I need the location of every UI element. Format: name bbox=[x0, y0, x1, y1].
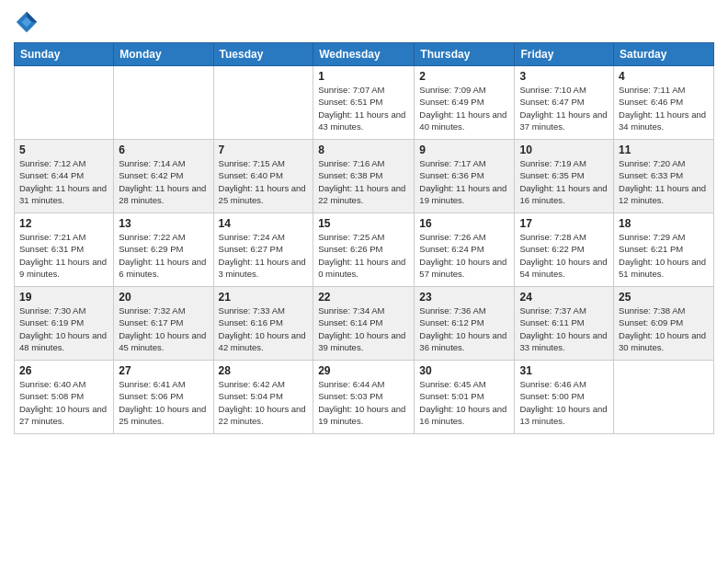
day-number: 23 bbox=[419, 291, 509, 304]
day-number: 21 bbox=[219, 291, 309, 304]
day-info: Sunrise: 6:40 AM Sunset: 5:08 PM Dayligh… bbox=[19, 378, 108, 427]
calendar-cell: 21Sunrise: 7:33 AM Sunset: 6:16 PM Dayli… bbox=[213, 287, 313, 361]
calendar-week-row: 19Sunrise: 7:30 AM Sunset: 6:19 PM Dayli… bbox=[15, 287, 714, 361]
calendar-cell: 23Sunrise: 7:36 AM Sunset: 6:12 PM Dayli… bbox=[415, 287, 515, 361]
calendar-cell: 30Sunrise: 6:45 AM Sunset: 5:01 PM Dayli… bbox=[415, 361, 515, 434]
day-number: 22 bbox=[318, 291, 409, 304]
day-number: 7 bbox=[219, 144, 309, 156]
day-number: 5 bbox=[19, 144, 108, 156]
calendar-cell bbox=[114, 66, 213, 140]
day-info: Sunrise: 6:45 AM Sunset: 5:01 PM Dayligh… bbox=[419, 378, 509, 427]
day-number: 28 bbox=[219, 364, 309, 377]
day-number: 10 bbox=[519, 144, 609, 156]
day-info: Sunrise: 6:42 AM Sunset: 5:04 PM Dayligh… bbox=[219, 378, 309, 427]
day-info: Sunrise: 7:29 AM Sunset: 6:21 PM Dayligh… bbox=[619, 231, 709, 280]
day-number: 4 bbox=[619, 70, 709, 83]
day-info: Sunrise: 7:07 AM Sunset: 6:51 PM Dayligh… bbox=[318, 84, 409, 132]
day-info: Sunrise: 7:34 AM Sunset: 6:14 PM Dayligh… bbox=[318, 304, 409, 353]
calendar-cell: 27Sunrise: 6:41 AM Sunset: 5:06 PM Dayli… bbox=[114, 361, 213, 434]
day-info: Sunrise: 7:16 AM Sunset: 6:38 PM Dayligh… bbox=[318, 157, 409, 206]
day-info: Sunrise: 6:41 AM Sunset: 5:06 PM Dayligh… bbox=[119, 378, 208, 427]
day-info: Sunrise: 7:26 AM Sunset: 6:24 PM Dayligh… bbox=[419, 231, 509, 280]
calendar-header-sunday: Sunday bbox=[15, 43, 114, 66]
calendar-cell: 22Sunrise: 7:34 AM Sunset: 6:14 PM Dayli… bbox=[313, 287, 415, 361]
day-info: Sunrise: 7:38 AM Sunset: 6:09 PM Dayligh… bbox=[619, 304, 709, 353]
calendar-cell: 4Sunrise: 7:11 AM Sunset: 6:46 PM Daylig… bbox=[614, 66, 714, 140]
day-number: 18 bbox=[619, 217, 709, 230]
day-info: Sunrise: 7:20 AM Sunset: 6:33 PM Dayligh… bbox=[619, 157, 709, 206]
calendar-week-row: 12Sunrise: 7:21 AM Sunset: 6:31 PM Dayli… bbox=[15, 213, 714, 287]
day-number: 15 bbox=[318, 217, 409, 230]
logo bbox=[14, 9, 41, 35]
day-info: Sunrise: 7:25 AM Sunset: 6:26 PM Dayligh… bbox=[318, 231, 409, 280]
day-number: 31 bbox=[519, 364, 609, 377]
calendar-week-row: 5Sunrise: 7:12 AM Sunset: 6:44 PM Daylig… bbox=[15, 140, 714, 213]
day-number: 13 bbox=[119, 217, 208, 230]
calendar-week-row: 26Sunrise: 6:40 AM Sunset: 5:08 PM Dayli… bbox=[15, 361, 714, 434]
day-info: Sunrise: 6:44 AM Sunset: 5:03 PM Dayligh… bbox=[318, 378, 409, 427]
calendar-cell: 10Sunrise: 7:19 AM Sunset: 6:35 PM Dayli… bbox=[515, 140, 614, 213]
calendar-cell bbox=[213, 66, 313, 140]
calendar-cell: 9Sunrise: 7:17 AM Sunset: 6:36 PM Daylig… bbox=[415, 140, 515, 213]
calendar-cell: 8Sunrise: 7:16 AM Sunset: 6:38 PM Daylig… bbox=[313, 140, 415, 213]
calendar-header-wednesday: Wednesday bbox=[313, 43, 415, 66]
day-number: 17 bbox=[519, 217, 609, 230]
day-info: Sunrise: 7:12 AM Sunset: 6:44 PM Dayligh… bbox=[19, 157, 108, 206]
day-number: 8 bbox=[318, 144, 409, 156]
day-number: 2 bbox=[419, 70, 509, 83]
calendar-header-row: SundayMondayTuesdayWednesdayThursdayFrid… bbox=[15, 43, 714, 66]
calendar-header-friday: Friday bbox=[515, 43, 614, 66]
calendar-cell: 1Sunrise: 7:07 AM Sunset: 6:51 PM Daylig… bbox=[313, 66, 415, 140]
day-number: 29 bbox=[318, 364, 409, 377]
header bbox=[14, 9, 714, 35]
calendar-cell: 2Sunrise: 7:09 AM Sunset: 6:49 PM Daylig… bbox=[415, 66, 515, 140]
day-number: 24 bbox=[519, 291, 609, 304]
day-number: 1 bbox=[318, 70, 409, 83]
calendar-cell: 12Sunrise: 7:21 AM Sunset: 6:31 PM Dayli… bbox=[15, 213, 114, 287]
calendar-cell: 5Sunrise: 7:12 AM Sunset: 6:44 PM Daylig… bbox=[15, 140, 114, 213]
day-info: Sunrise: 7:33 AM Sunset: 6:16 PM Dayligh… bbox=[219, 304, 309, 353]
calendar-cell: 3Sunrise: 7:10 AM Sunset: 6:47 PM Daylig… bbox=[515, 66, 614, 140]
day-number: 9 bbox=[419, 144, 509, 156]
calendar-header-monday: Monday bbox=[114, 43, 213, 66]
day-info: Sunrise: 7:37 AM Sunset: 6:11 PM Dayligh… bbox=[519, 304, 609, 353]
calendar-cell: 26Sunrise: 6:40 AM Sunset: 5:08 PM Dayli… bbox=[15, 361, 114, 434]
calendar-header-thursday: Thursday bbox=[415, 43, 515, 66]
day-number: 16 bbox=[419, 217, 509, 230]
calendar-cell: 15Sunrise: 7:25 AM Sunset: 6:26 PM Dayli… bbox=[313, 213, 415, 287]
calendar-cell: 24Sunrise: 7:37 AM Sunset: 6:11 PM Dayli… bbox=[515, 287, 614, 361]
calendar-cell: 7Sunrise: 7:15 AM Sunset: 6:40 PM Daylig… bbox=[213, 140, 313, 213]
calendar-cell: 25Sunrise: 7:38 AM Sunset: 6:09 PM Dayli… bbox=[614, 287, 714, 361]
day-number: 12 bbox=[19, 217, 108, 230]
logo-icon bbox=[14, 9, 40, 35]
calendar-cell: 20Sunrise: 7:32 AM Sunset: 6:17 PM Dayli… bbox=[114, 287, 213, 361]
calendar-cell: 19Sunrise: 7:30 AM Sunset: 6:19 PM Dayli… bbox=[15, 287, 114, 361]
calendar-cell: 13Sunrise: 7:22 AM Sunset: 6:29 PM Dayli… bbox=[114, 213, 213, 287]
calendar-cell: 28Sunrise: 6:42 AM Sunset: 5:04 PM Dayli… bbox=[213, 361, 313, 434]
day-info: Sunrise: 7:10 AM Sunset: 6:47 PM Dayligh… bbox=[519, 84, 609, 132]
day-info: Sunrise: 7:32 AM Sunset: 6:17 PM Dayligh… bbox=[119, 304, 208, 353]
calendar-table: SundayMondayTuesdayWednesdayThursdayFrid… bbox=[14, 42, 714, 434]
calendar-cell: 18Sunrise: 7:29 AM Sunset: 6:21 PM Dayli… bbox=[614, 213, 714, 287]
day-info: Sunrise: 7:30 AM Sunset: 6:19 PM Dayligh… bbox=[19, 304, 108, 353]
day-number: 11 bbox=[619, 144, 709, 156]
calendar-cell: 14Sunrise: 7:24 AM Sunset: 6:27 PM Dayli… bbox=[213, 213, 313, 287]
calendar-cell: 11Sunrise: 7:20 AM Sunset: 6:33 PM Dayli… bbox=[614, 140, 714, 213]
day-number: 26 bbox=[19, 364, 108, 377]
day-info: Sunrise: 7:09 AM Sunset: 6:49 PM Dayligh… bbox=[419, 84, 509, 132]
day-number: 25 bbox=[619, 291, 709, 304]
calendar-cell bbox=[614, 361, 714, 434]
day-info: Sunrise: 7:22 AM Sunset: 6:29 PM Dayligh… bbox=[119, 231, 208, 280]
calendar-cell: 31Sunrise: 6:46 AM Sunset: 5:00 PM Dayli… bbox=[515, 361, 614, 434]
day-number: 30 bbox=[419, 364, 509, 377]
day-number: 19 bbox=[19, 291, 108, 304]
day-number: 27 bbox=[119, 364, 208, 377]
calendar-cell bbox=[15, 66, 114, 140]
day-info: Sunrise: 7:15 AM Sunset: 6:40 PM Dayligh… bbox=[219, 157, 309, 206]
day-info: Sunrise: 7:17 AM Sunset: 6:36 PM Dayligh… bbox=[419, 157, 509, 206]
calendar-cell: 6Sunrise: 7:14 AM Sunset: 6:42 PM Daylig… bbox=[114, 140, 213, 213]
day-info: Sunrise: 7:19 AM Sunset: 6:35 PM Dayligh… bbox=[519, 157, 609, 206]
day-info: Sunrise: 7:36 AM Sunset: 6:12 PM Dayligh… bbox=[419, 304, 509, 353]
calendar-week-row: 1Sunrise: 7:07 AM Sunset: 6:51 PM Daylig… bbox=[15, 66, 714, 140]
day-number: 3 bbox=[519, 70, 609, 83]
